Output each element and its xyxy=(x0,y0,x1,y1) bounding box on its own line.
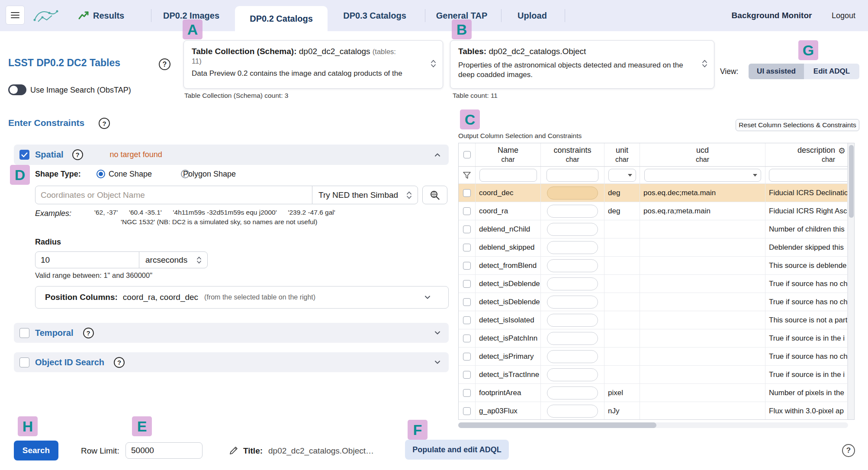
cone-shape-radio[interactable] xyxy=(96,170,105,178)
horizontal-scrollbar-thumb[interactable] xyxy=(458,422,656,428)
row-checkbox[interactable] xyxy=(463,244,471,251)
row-checkbox[interactable] xyxy=(463,335,471,342)
row-limit-input[interactable] xyxy=(125,442,203,459)
edit-pencil-icon[interactable] xyxy=(228,445,239,456)
table-row[interactable]: deblend_skipped Deblender skipped this xyxy=(459,238,848,257)
tables-stepper-icon[interactable] xyxy=(701,58,708,71)
row-checkbox[interactable] xyxy=(463,280,471,288)
row-checkbox[interactable] xyxy=(463,225,471,233)
resolve-search-button[interactable] xyxy=(422,186,447,204)
filter-description-cell xyxy=(765,167,848,183)
constraint-input[interactable] xyxy=(547,259,598,272)
filter-ucd-select[interactable] xyxy=(644,169,761,182)
object-id-section-header[interactable]: Object ID Search ? xyxy=(14,352,449,372)
search-button[interactable]: Search xyxy=(14,441,58,460)
row-checkbox[interactable] xyxy=(463,316,471,324)
background-monitor-button[interactable]: Background Monitor xyxy=(730,0,814,31)
row-checkbox-cell xyxy=(459,293,476,311)
filter-name-input[interactable] xyxy=(479,169,537,182)
tab-upload[interactable]: Upload xyxy=(507,0,557,31)
filter-ucd-cell xyxy=(640,167,765,183)
table-row[interactable]: detect_isTractInne True if source is in … xyxy=(459,366,848,384)
tables-help-icon[interactable]: ? xyxy=(159,58,170,70)
ucd-cell xyxy=(640,311,765,329)
schema-select-panel[interactable]: Table Collection (Schema): dp02_dc2_cata… xyxy=(183,40,443,89)
tab-dp02-catalogs[interactable]: DP0.2 Catalogs xyxy=(235,6,328,31)
table-row[interactable]: g_ap03Flux nJy Flux within 3.0-pixel ap xyxy=(459,402,848,420)
table-row[interactable]: detect_fromBlend This source is deblende xyxy=(459,257,848,275)
footer-help-icon[interactable]: ? xyxy=(842,444,855,457)
chevron-down-icon[interactable] xyxy=(423,293,432,302)
constraint-input[interactable] xyxy=(547,241,598,254)
logout-button[interactable]: Logout xyxy=(827,0,860,31)
chevron-down-icon[interactable] xyxy=(433,328,442,337)
constraint-input[interactable] xyxy=(547,223,598,236)
temporal-help-icon[interactable]: ? xyxy=(83,328,94,338)
constraint-input[interactable] xyxy=(547,368,598,381)
name-cell: footprintArea xyxy=(476,384,541,402)
radius-input[interactable] xyxy=(35,251,139,268)
position-columns-panel[interactable]: Position Columns: coord_ra, coord_dec (f… xyxy=(35,286,449,309)
row-checkbox[interactable] xyxy=(463,371,471,379)
constraint-input[interactable] xyxy=(547,187,598,200)
object-id-checkbox[interactable] xyxy=(19,357,29,367)
object-id-help-icon[interactable]: ? xyxy=(114,357,125,368)
schema-stepper-icon[interactable] xyxy=(430,58,437,71)
temporal-checkbox[interactable] xyxy=(19,328,29,338)
table-select-panel[interactable]: Tables: dp02_dc2_catalogs.Object Propert… xyxy=(450,40,714,89)
table-row[interactable]: detect_isIsolated This source is not a p… xyxy=(459,311,848,329)
row-checkbox[interactable] xyxy=(463,262,471,270)
constraints-help-icon[interactable]: ? xyxy=(99,118,110,129)
page-title: LSST DP0.2 DC2 Tables xyxy=(8,57,120,69)
filter-unit-select[interactable] xyxy=(608,169,636,182)
resolver-select[interactable]: Try NED then Simbad xyxy=(312,186,418,204)
row-checkbox[interactable] xyxy=(463,353,471,361)
constraint-input[interactable] xyxy=(547,386,598,399)
constraint-input[interactable] xyxy=(547,205,598,218)
row-checkbox[interactable] xyxy=(463,407,471,415)
table-row[interactable]: detect_isPrimary True if source has no c… xyxy=(459,348,848,366)
filter-constraints-input[interactable] xyxy=(547,169,598,182)
table-row[interactable]: coord_dec deg pos.eq.dec;meta.main Fiduc… xyxy=(459,184,848,202)
image-search-toggle[interactable] xyxy=(8,84,26,95)
unit-cell: deg xyxy=(604,184,640,202)
view-ui-assisted-button[interactable]: UI assisted xyxy=(749,64,804,79)
schema-tables-note-2: 11) xyxy=(192,57,422,65)
spatial-checkbox[interactable] xyxy=(19,150,29,160)
results-button[interactable]: Results xyxy=(78,0,124,31)
radius-unit-select[interactable]: arcseconds xyxy=(139,251,208,268)
chevron-up-icon[interactable] xyxy=(433,151,442,159)
populate-adql-button[interactable]: Populate and edit ADQL xyxy=(405,440,509,460)
spatial-section-header[interactable]: Spatial ? no target found xyxy=(14,145,449,165)
select-all-checkbox[interactable] xyxy=(463,151,471,158)
table-settings-gear-icon[interactable]: ⚙ xyxy=(838,147,845,155)
tab-dp03-catalogs[interactable]: DP0.3 Catalogs xyxy=(337,0,413,31)
view-edit-adql-button[interactable]: Edit ADQL xyxy=(804,64,859,79)
filter-funnel-icon[interactable] xyxy=(463,171,471,179)
row-checkbox[interactable] xyxy=(463,189,471,197)
chevron-down-icon[interactable] xyxy=(433,358,442,367)
constraint-input[interactable] xyxy=(547,296,598,309)
constraint-input[interactable] xyxy=(547,405,598,418)
row-checkbox[interactable] xyxy=(463,207,471,215)
vertical-scrollbar-thumb[interactable] xyxy=(849,145,854,218)
reset-columns-button[interactable]: Reset Column Selections & Constraints xyxy=(736,119,859,131)
filter-description-input[interactable] xyxy=(769,169,848,182)
table-row[interactable]: detect_isDeblende True if source has no … xyxy=(459,275,848,293)
constraint-input[interactable] xyxy=(547,277,598,290)
constraint-input[interactable] xyxy=(547,350,598,363)
row-checkbox[interactable] xyxy=(463,389,471,397)
menu-button[interactable] xyxy=(6,6,25,25)
row-checkbox[interactable] xyxy=(463,298,471,306)
table-row[interactable]: detect_isDeblende True if source has no … xyxy=(459,293,848,311)
table-row[interactable]: coord_ra deg pos.eq.ra;meta.main Fiducia… xyxy=(459,202,848,220)
table-row[interactable]: deblend_nChild Number of children this xyxy=(459,220,848,238)
temporal-section-header[interactable]: Temporal ? xyxy=(14,323,449,343)
spatial-help-icon[interactable]: ? xyxy=(72,149,83,160)
coordinates-input[interactable] xyxy=(35,186,312,204)
constraint-input[interactable] xyxy=(547,314,598,327)
constraint-input[interactable] xyxy=(547,332,598,345)
table-row[interactable]: footprintArea pixel Number of pixels in … xyxy=(459,384,848,402)
constraint-cell xyxy=(541,238,604,256)
table-row[interactable]: detect_isPatchInn True if source is in t… xyxy=(459,329,848,348)
